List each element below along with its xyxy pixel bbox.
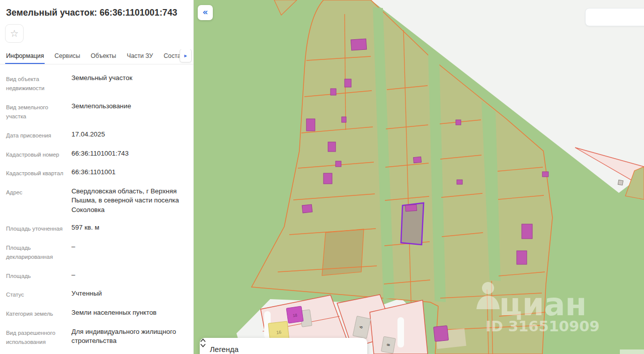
- field-label: Категория земель: [6, 308, 65, 319]
- field-row: Форма собственностиЧастная: [6, 351, 187, 354]
- field-value: –: [65, 270, 187, 281]
- field-row: Вид земельного участкаЗемлепользование: [6, 97, 187, 125]
- tabs-overflow-button[interactable]: ▸: [180, 49, 192, 62]
- field-label: Площадь декларированная: [6, 242, 65, 262]
- field-label: Площадь: [6, 270, 65, 281]
- field-value: –: [65, 242, 187, 262]
- double-chevron-left-icon: «: [203, 8, 208, 18]
- building: [457, 180, 462, 184]
- field-value: Для индивидуального жилищного строительс…: [65, 327, 187, 347]
- building-on-selected-parcel: [406, 204, 417, 211]
- building: [351, 39, 366, 50]
- cadastral-map[interactable]: 18 16 9 8 циан ID 316510909: [194, 0, 644, 354]
- field-row: Кадастровый номер66:36:1101001:743: [6, 145, 187, 164]
- building: [522, 224, 532, 239]
- field-list: Вид объекта недвижимостиЗемельный участо…: [0, 64, 193, 354]
- field-value: Свердловская область, г Верхняя Пышма, в…: [65, 187, 187, 215]
- field-label: Вид земельного участка: [6, 102, 65, 121]
- field-row: Площадь–: [6, 266, 187, 285]
- field-row: Площадь уточненная597 кв. м: [6, 219, 187, 238]
- field-value: 17.04.2025: [65, 130, 187, 140]
- tab-servisy[interactable]: Сервисы: [54, 52, 80, 64]
- building-label: 16: [276, 329, 282, 335]
- road-capsule: [397, 317, 404, 347]
- building-label: 18: [292, 313, 298, 318]
- field-label: Вид разрешенного использования: [6, 327, 65, 347]
- field-label: Кадастровый квартал: [6, 168, 65, 178]
- field-value: 597 кв. м: [65, 223, 187, 234]
- parcel-darker: [322, 229, 364, 275]
- search-input[interactable]: [585, 8, 644, 26]
- field-row: Вид объекта недвижимостиЗемельный участо…: [6, 69, 187, 97]
- field-row: Вид разрешенного использованияДля индиви…: [6, 323, 187, 351]
- tab-bar: Информация Сервисы Объекты Части ЗУ Сост…: [0, 49, 193, 64]
- building: [456, 120, 461, 125]
- building: [414, 157, 422, 163]
- building-magenta-bottom: [434, 326, 449, 342]
- page-title: Земельный участок: 66:36:1101001:743: [6, 8, 187, 18]
- field-value: Земли населенных пунктов: [65, 308, 187, 319]
- collapse-panel-button[interactable]: «: [198, 5, 213, 20]
- building-grey-small: [618, 180, 623, 185]
- building: [517, 251, 527, 264]
- chevron-right-icon: ▸: [184, 53, 187, 58]
- field-value: 66:36:1101001:743: [65, 149, 187, 160]
- building: [345, 79, 351, 87]
- building: [342, 117, 346, 122]
- tab-obekty[interactable]: Объекты: [91, 52, 116, 64]
- favorite-button[interactable]: ☆: [5, 24, 24, 43]
- tab-informatsiya[interactable]: Информация: [6, 52, 44, 64]
- star-icon: ☆: [10, 29, 19, 38]
- field-label: Кадастровый номер: [6, 149, 65, 160]
- field-row: Дата присвоения17.04.2025: [6, 126, 187, 145]
- field-value: 66:36:1101001: [65, 168, 187, 178]
- field-row: СтатусУчтенный: [6, 285, 187, 304]
- watermark-id: ID 316510909: [486, 318, 600, 335]
- legend-label: Легенда: [210, 340, 238, 353]
- building: [336, 161, 341, 167]
- field-row: Площадь декларированная–: [6, 238, 187, 266]
- map-attribution: [620, 349, 644, 354]
- field-label: Дата присвоения: [6, 130, 65, 140]
- field-value: Землепользование: [65, 102, 187, 121]
- field-value: Земельный участок: [65, 74, 187, 93]
- building: [306, 119, 315, 131]
- tab-chasti-zu[interactable]: Части ЗУ: [127, 52, 153, 64]
- field-label: Статус: [6, 289, 65, 300]
- building: [324, 173, 332, 184]
- field-value: Учтенный: [65, 289, 187, 300]
- building: [331, 89, 336, 95]
- field-label: Площадь уточненная: [6, 223, 65, 234]
- legend-bar[interactable]: Легенда: [200, 338, 367, 354]
- building: [542, 172, 548, 177]
- map-container: 18 16 9 8 циан ID 316510909 « Легенда: [194, 0, 644, 354]
- field-row: Кадастровый квартал66:36:1101001: [6, 164, 187, 183]
- field-row: АдресСвердловская область, г Верхняя Пыш…: [6, 182, 187, 219]
- field-label: Адрес: [6, 187, 65, 215]
- building: [328, 142, 336, 152]
- field-row: Категория земельЗемли населенных пунктов: [6, 304, 187, 323]
- info-panel: Земельный участок: 66:36:1101001:743 ☆ И…: [0, 0, 194, 354]
- building: [302, 204, 312, 213]
- field-label: Вид объекта недвижимости: [6, 74, 65, 93]
